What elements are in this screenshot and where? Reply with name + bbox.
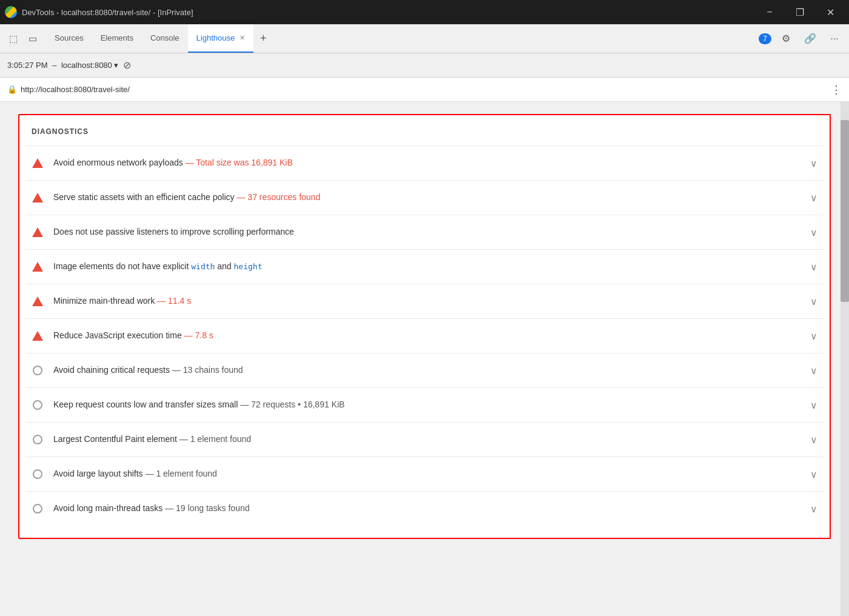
restore-button[interactable]: ❐ bbox=[786, 3, 814, 21]
tab-elements[interactable]: Elements bbox=[92, 24, 142, 53]
diagnostic-main-text: Keep request counts low and transfer siz… bbox=[53, 400, 238, 409]
diagnostic-text-js-execution: Reduce JavaScript execution time — 7.8 s bbox=[53, 330, 805, 342]
chevron-down-icon[interactable]: ∨ bbox=[810, 330, 817, 342]
window-controls: − ❐ ✕ bbox=[756, 3, 844, 21]
chevron-down-icon[interactable]: ∨ bbox=[810, 434, 817, 446]
tab-bar: ⬚ ▭ Sources Elements Console Lighthouse … bbox=[0, 24, 849, 53]
chevron-down-icon[interactable]: ∨ bbox=[810, 158, 817, 169]
diagnostic-text-request-counts: Keep request counts low and transfer siz… bbox=[53, 399, 805, 411]
warning-triangle-icon bbox=[32, 295, 44, 307]
url-bar: 🔒 http://localhost:8080/travel-site/ ⋮ bbox=[0, 78, 849, 102]
diagnostic-extra-text: — 37 resources found bbox=[235, 192, 321, 202]
diagnostic-text-critical-requests: Avoid chaining critical requests — 13 ch… bbox=[53, 364, 805, 377]
diagnostic-item-js-execution[interactable]: Reduce JavaScript execution time — 7.8 s… bbox=[25, 318, 824, 353]
timestamp: 3:05:27 PM – localhost:8080 ▾ bbox=[7, 61, 118, 70]
dropdown-icon[interactable]: ▾ bbox=[114, 61, 118, 70]
settings-button[interactable]: ⚙ bbox=[776, 29, 796, 49]
tab-bar-right: 7 ⚙ 🔗 ··· bbox=[759, 24, 844, 53]
diagnostic-extra-text: — 1 element found bbox=[177, 434, 251, 444]
diagnostic-extra-text: — 11.4 s bbox=[155, 296, 191, 306]
diagnostic-main-text: Minimize main-thread work bbox=[53, 296, 155, 306]
diagnostic-text-passive-listeners: Does not use passive listeners to improv… bbox=[53, 226, 805, 238]
diagnostic-item-cache-policy[interactable]: Serve static assets with an efficient ca… bbox=[25, 180, 824, 215]
diagnostic-item-network-payloads[interactable]: Avoid enormous network payloads — Total … bbox=[25, 146, 824, 180]
lock-icon: 🔒 bbox=[7, 85, 17, 94]
tab-sources[interactable]: Sources bbox=[46, 24, 92, 53]
tab-console[interactable]: Console bbox=[142, 24, 188, 53]
warning-triangle-icon bbox=[32, 261, 44, 273]
diagnostic-text-main-thread: Minimize main-thread work — 11.4 s bbox=[53, 295, 805, 307]
chevron-down-icon[interactable]: ∨ bbox=[810, 469, 817, 480]
code-keyword: width bbox=[191, 262, 215, 271]
close-button[interactable]: ✕ bbox=[816, 3, 844, 21]
diagnostic-extra-text: — Total size was 16,891 KiB bbox=[183, 158, 293, 167]
diagnostic-item-long-tasks[interactable]: Avoid long main-thread tasks — 19 long t… bbox=[25, 491, 824, 526]
devtools-device-button[interactable]: ▭ bbox=[24, 30, 41, 47]
tab-lighthouse-label: Lighthouse bbox=[196, 33, 235, 42]
tab-elements-label: Elements bbox=[101, 33, 133, 42]
diagnostic-extra-text: — 7.8 s bbox=[182, 330, 213, 340]
diagnostic-item-main-thread[interactable]: Minimize main-thread work — 11.4 s∨ bbox=[25, 284, 824, 318]
diagnostic-text-image-dimensions: Image elements do not have explicit widt… bbox=[53, 261, 805, 273]
tab-console-label: Console bbox=[150, 33, 180, 42]
scrollbar-track[interactable] bbox=[841, 102, 849, 616]
chevron-down-icon[interactable]: ∨ bbox=[810, 365, 817, 377]
diagnostic-text-lcp-element: Largest Contentful Paint element — 1 ele… bbox=[53, 434, 805, 446]
more-button[interactable]: ··· bbox=[825, 29, 844, 49]
info-circle-icon bbox=[32, 434, 44, 446]
diagnostic-item-critical-requests[interactable]: Avoid chaining critical requests — 13 ch… bbox=[25, 353, 824, 387]
chevron-down-icon[interactable]: ∨ bbox=[810, 227, 817, 238]
info-circle-icon bbox=[32, 364, 44, 377]
warning-triangle-icon bbox=[32, 330, 44, 342]
url-more-icon[interactable]: ⋮ bbox=[831, 83, 842, 96]
title-bar: DevTools - localhost:8080/travel-site/ -… bbox=[0, 0, 849, 24]
diagnostic-text-network-payloads: Avoid enormous network payloads — Total … bbox=[53, 157, 805, 169]
chevron-down-icon[interactable]: ∨ bbox=[810, 503, 817, 515]
diagnostic-extra-text: — 19 long tasks found bbox=[163, 503, 249, 513]
diagnostic-item-passive-listeners[interactable]: Does not use passive listeners to improv… bbox=[25, 215, 824, 249]
tab-lighthouse[interactable]: Lighthouse ✕ bbox=[188, 24, 254, 53]
diagnostic-main-text: Largest Contentful Paint element bbox=[53, 434, 177, 444]
tab-add-button[interactable]: + bbox=[253, 24, 273, 53]
diagnostic-item-request-counts[interactable]: Keep request counts low and transfer siz… bbox=[25, 387, 824, 422]
diagnostic-extra-text: — 72 requests • 16,891 KiB bbox=[238, 400, 344, 409]
diagnostic-main-text: Serve static assets with an efficient ca… bbox=[53, 192, 235, 202]
chevron-down-icon[interactable]: ∨ bbox=[810, 192, 817, 204]
scrollbar-thumb[interactable] bbox=[841, 120, 849, 302]
warning-triangle-icon bbox=[32, 192, 44, 204]
diagnostic-text-cache-policy: Serve static assets with an efficient ca… bbox=[53, 192, 805, 204]
share-button[interactable]: 🔗 bbox=[800, 29, 820, 49]
chevron-down-icon[interactable]: ∨ bbox=[810, 261, 817, 273]
notification-badge: 7 bbox=[759, 33, 771, 44]
navigate-icon[interactable]: ⊘ bbox=[123, 59, 131, 71]
diagnostic-text-long-tasks: Avoid long main-thread tasks — 19 long t… bbox=[53, 503, 805, 515]
diagnostic-main-text: Avoid chaining critical requests bbox=[53, 365, 170, 375]
diagnostic-item-image-dimensions[interactable]: Image elements do not have explicit widt… bbox=[25, 249, 824, 284]
diagnostics-panel: DIAGNOSTICS Avoid enormous network paylo… bbox=[18, 114, 831, 539]
diagnostic-text-layout-shifts: Avoid large layout shifts — 1 element fo… bbox=[53, 468, 805, 480]
devtools-toolbar: ⬚ ▭ bbox=[5, 24, 46, 53]
warning-triangle-icon bbox=[32, 226, 44, 238]
url-address[interactable]: http://localhost:8080/travel-site/ bbox=[21, 85, 827, 94]
chevron-down-icon[interactable]: ∨ bbox=[810, 400, 817, 411]
chevron-down-icon[interactable]: ∨ bbox=[810, 296, 817, 307]
main-content: DIAGNOSTICS Avoid enormous network paylo… bbox=[0, 102, 849, 616]
code-keyword: height bbox=[234, 262, 263, 271]
diagnostic-extra-text: — 1 element found bbox=[143, 469, 217, 478]
devtools-inspect-button[interactable]: ⬚ bbox=[5, 30, 22, 47]
close-tab-icon[interactable]: ✕ bbox=[240, 34, 245, 42]
diagnostics-title: DIAGNOSTICS bbox=[25, 127, 824, 146]
info-circle-icon bbox=[32, 399, 44, 411]
minimize-button[interactable]: − bbox=[756, 3, 784, 21]
diagnostic-main-text: Avoid enormous network payloads bbox=[53, 158, 183, 167]
diagnostic-item-layout-shifts[interactable]: Avoid large layout shifts — 1 element fo… bbox=[25, 457, 824, 491]
diagnostic-main-text: Avoid long main-thread tasks bbox=[53, 503, 163, 513]
window-title: DevTools - localhost:8080/travel-site/ -… bbox=[22, 8, 756, 17]
content-area: DIAGNOSTICS Avoid enormous network paylo… bbox=[0, 102, 849, 616]
diagnostic-main-text: Reduce JavaScript execution time bbox=[53, 330, 182, 340]
info-circle-icon bbox=[32, 468, 44, 480]
address-bar: 3:05:27 PM – localhost:8080 ▾ ⊘ bbox=[0, 53, 849, 78]
info-circle-icon bbox=[32, 503, 44, 515]
warning-triangle-icon bbox=[32, 157, 44, 169]
diagnostic-item-lcp-element[interactable]: Largest Contentful Paint element — 1 ele… bbox=[25, 422, 824, 457]
